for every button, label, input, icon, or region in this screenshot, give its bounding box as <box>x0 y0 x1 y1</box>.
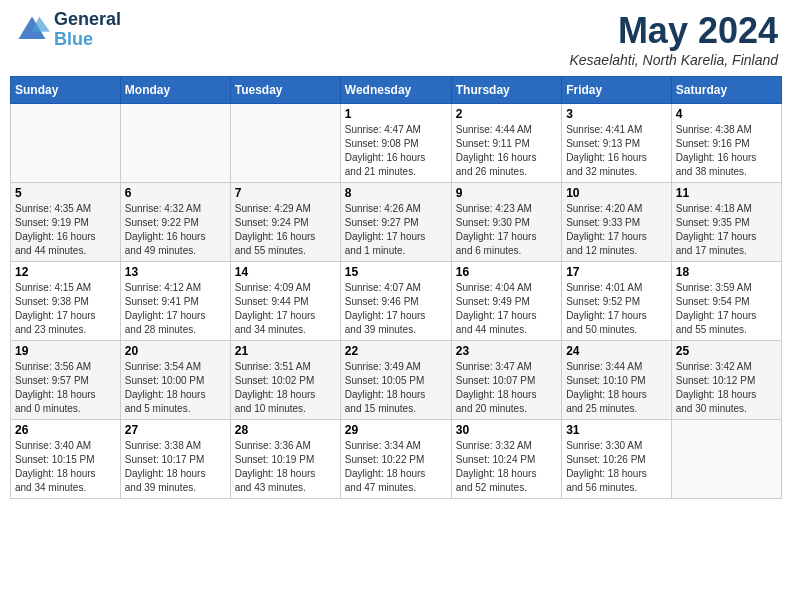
calendar-cell <box>230 104 340 183</box>
calendar-cell: 5Sunrise: 4:35 AM Sunset: 9:19 PM Daylig… <box>11 183 121 262</box>
weekday-header-friday: Friday <box>562 77 672 104</box>
calendar-cell: 21Sunrise: 3:51 AM Sunset: 10:02 PM Dayl… <box>230 341 340 420</box>
day-number: 8 <box>345 186 447 200</box>
day-info: Sunrise: 4:26 AM Sunset: 9:27 PM Dayligh… <box>345 202 447 258</box>
day-info: Sunrise: 3:59 AM Sunset: 9:54 PM Dayligh… <box>676 281 777 337</box>
calendar-cell: 15Sunrise: 4:07 AM Sunset: 9:46 PM Dayli… <box>340 262 451 341</box>
logo: General Blue <box>14 10 121 50</box>
day-number: 9 <box>456 186 557 200</box>
calendar-cell: 20Sunrise: 3:54 AM Sunset: 10:00 PM Dayl… <box>120 341 230 420</box>
calendar-table: SundayMondayTuesdayWednesdayThursdayFrid… <box>10 76 782 499</box>
day-info: Sunrise: 4:44 AM Sunset: 9:11 PM Dayligh… <box>456 123 557 179</box>
day-info: Sunrise: 4:18 AM Sunset: 9:35 PM Dayligh… <box>676 202 777 258</box>
logo-icon <box>14 12 50 48</box>
week-row-1: 1Sunrise: 4:47 AM Sunset: 9:08 PM Daylig… <box>11 104 782 183</box>
day-info: Sunrise: 3:30 AM Sunset: 10:26 PM Daylig… <box>566 439 667 495</box>
day-info: Sunrise: 3:56 AM Sunset: 9:57 PM Dayligh… <box>15 360 116 416</box>
day-number: 15 <box>345 265 447 279</box>
day-info: Sunrise: 4:32 AM Sunset: 9:22 PM Dayligh… <box>125 202 226 258</box>
weekday-header-thursday: Thursday <box>451 77 561 104</box>
calendar-cell <box>120 104 230 183</box>
day-number: 14 <box>235 265 336 279</box>
day-number: 5 <box>15 186 116 200</box>
weekday-header-monday: Monday <box>120 77 230 104</box>
day-info: Sunrise: 4:35 AM Sunset: 9:19 PM Dayligh… <box>15 202 116 258</box>
day-info: Sunrise: 4:41 AM Sunset: 9:13 PM Dayligh… <box>566 123 667 179</box>
day-info: Sunrise: 4:29 AM Sunset: 9:24 PM Dayligh… <box>235 202 336 258</box>
day-info: Sunrise: 4:15 AM Sunset: 9:38 PM Dayligh… <box>15 281 116 337</box>
calendar-cell: 23Sunrise: 3:47 AM Sunset: 10:07 PM Dayl… <box>451 341 561 420</box>
weekday-header-sunday: Sunday <box>11 77 121 104</box>
day-info: Sunrise: 3:42 AM Sunset: 10:12 PM Daylig… <box>676 360 777 416</box>
day-number: 12 <box>15 265 116 279</box>
day-number: 28 <box>235 423 336 437</box>
day-number: 27 <box>125 423 226 437</box>
calendar-cell: 13Sunrise: 4:12 AM Sunset: 9:41 PM Dayli… <box>120 262 230 341</box>
calendar-cell: 29Sunrise: 3:34 AM Sunset: 10:22 PM Dayl… <box>340 420 451 499</box>
day-number: 16 <box>456 265 557 279</box>
location: Kesaelahti, North Karelia, Finland <box>569 52 778 68</box>
calendar-cell: 26Sunrise: 3:40 AM Sunset: 10:15 PM Dayl… <box>11 420 121 499</box>
day-number: 7 <box>235 186 336 200</box>
day-number: 20 <box>125 344 226 358</box>
day-number: 4 <box>676 107 777 121</box>
weekday-header-tuesday: Tuesday <box>230 77 340 104</box>
day-number: 3 <box>566 107 667 121</box>
day-info: Sunrise: 3:49 AM Sunset: 10:05 PM Daylig… <box>345 360 447 416</box>
day-number: 24 <box>566 344 667 358</box>
day-number: 22 <box>345 344 447 358</box>
calendar-cell: 28Sunrise: 3:36 AM Sunset: 10:19 PM Dayl… <box>230 420 340 499</box>
calendar-cell: 11Sunrise: 4:18 AM Sunset: 9:35 PM Dayli… <box>671 183 781 262</box>
day-number: 13 <box>125 265 226 279</box>
week-row-2: 5Sunrise: 4:35 AM Sunset: 9:19 PM Daylig… <box>11 183 782 262</box>
day-info: Sunrise: 4:12 AM Sunset: 9:41 PM Dayligh… <box>125 281 226 337</box>
day-info: Sunrise: 3:51 AM Sunset: 10:02 PM Daylig… <box>235 360 336 416</box>
day-info: Sunrise: 3:40 AM Sunset: 10:15 PM Daylig… <box>15 439 116 495</box>
weekday-header-wednesday: Wednesday <box>340 77 451 104</box>
day-number: 31 <box>566 423 667 437</box>
day-number: 18 <box>676 265 777 279</box>
title-block: May 2024 Kesaelahti, North Karelia, Finl… <box>569 10 778 68</box>
day-info: Sunrise: 3:36 AM Sunset: 10:19 PM Daylig… <box>235 439 336 495</box>
calendar-cell: 24Sunrise: 3:44 AM Sunset: 10:10 PM Dayl… <box>562 341 672 420</box>
week-row-5: 26Sunrise: 3:40 AM Sunset: 10:15 PM Dayl… <box>11 420 782 499</box>
day-info: Sunrise: 3:54 AM Sunset: 10:00 PM Daylig… <box>125 360 226 416</box>
day-number: 11 <box>676 186 777 200</box>
day-info: Sunrise: 3:34 AM Sunset: 10:22 PM Daylig… <box>345 439 447 495</box>
day-number: 1 <box>345 107 447 121</box>
day-info: Sunrise: 3:44 AM Sunset: 10:10 PM Daylig… <box>566 360 667 416</box>
calendar-cell: 30Sunrise: 3:32 AM Sunset: 10:24 PM Dayl… <box>451 420 561 499</box>
calendar-cell <box>11 104 121 183</box>
day-number: 23 <box>456 344 557 358</box>
day-number: 6 <box>125 186 226 200</box>
calendar-cell: 19Sunrise: 3:56 AM Sunset: 9:57 PM Dayli… <box>11 341 121 420</box>
day-number: 26 <box>15 423 116 437</box>
calendar-cell: 31Sunrise: 3:30 AM Sunset: 10:26 PM Dayl… <box>562 420 672 499</box>
day-info: Sunrise: 4:38 AM Sunset: 9:16 PM Dayligh… <box>676 123 777 179</box>
logo-text: General Blue <box>54 10 121 50</box>
weekday-header-saturday: Saturday <box>671 77 781 104</box>
day-number: 19 <box>15 344 116 358</box>
day-info: Sunrise: 3:38 AM Sunset: 10:17 PM Daylig… <box>125 439 226 495</box>
day-info: Sunrise: 3:32 AM Sunset: 10:24 PM Daylig… <box>456 439 557 495</box>
day-info: Sunrise: 4:47 AM Sunset: 9:08 PM Dayligh… <box>345 123 447 179</box>
week-row-3: 12Sunrise: 4:15 AM Sunset: 9:38 PM Dayli… <box>11 262 782 341</box>
calendar-cell: 9Sunrise: 4:23 AM Sunset: 9:30 PM Daylig… <box>451 183 561 262</box>
calendar-cell <box>671 420 781 499</box>
calendar-cell: 4Sunrise: 4:38 AM Sunset: 9:16 PM Daylig… <box>671 104 781 183</box>
day-number: 21 <box>235 344 336 358</box>
day-info: Sunrise: 4:23 AM Sunset: 9:30 PM Dayligh… <box>456 202 557 258</box>
calendar-cell: 16Sunrise: 4:04 AM Sunset: 9:49 PM Dayli… <box>451 262 561 341</box>
page-header: General Blue May 2024 Kesaelahti, North … <box>10 10 782 68</box>
day-number: 25 <box>676 344 777 358</box>
day-info: Sunrise: 3:47 AM Sunset: 10:07 PM Daylig… <box>456 360 557 416</box>
day-number: 30 <box>456 423 557 437</box>
calendar-cell: 12Sunrise: 4:15 AM Sunset: 9:38 PM Dayli… <box>11 262 121 341</box>
day-number: 17 <box>566 265 667 279</box>
day-info: Sunrise: 4:07 AM Sunset: 9:46 PM Dayligh… <box>345 281 447 337</box>
month-title: May 2024 <box>569 10 778 52</box>
calendar-cell: 3Sunrise: 4:41 AM Sunset: 9:13 PM Daylig… <box>562 104 672 183</box>
day-info: Sunrise: 4:04 AM Sunset: 9:49 PM Dayligh… <box>456 281 557 337</box>
day-number: 2 <box>456 107 557 121</box>
calendar-cell: 1Sunrise: 4:47 AM Sunset: 9:08 PM Daylig… <box>340 104 451 183</box>
